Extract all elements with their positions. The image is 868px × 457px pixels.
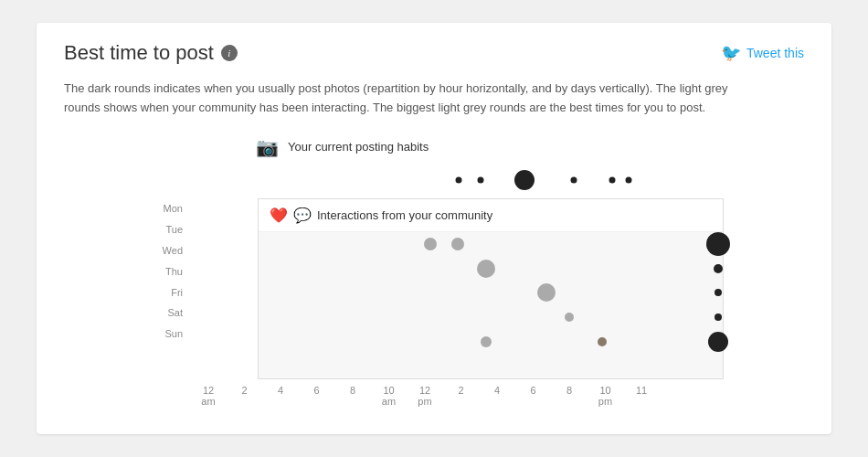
- x-label-2pm: 2: [445, 385, 478, 407]
- x-label-4pm: 4: [481, 385, 513, 407]
- dot-tue-2: [714, 264, 723, 273]
- dot-mon-3: [706, 232, 730, 256]
- x-label-4: 4: [264, 385, 297, 407]
- posting-dot-large: [514, 170, 535, 190]
- y-label-sun: Sun: [126, 324, 183, 344]
- posting-dot: [456, 176, 462, 183]
- x-label-12am: 12 am: [192, 385, 225, 407]
- chart-box: ❤️ 💬 Interactions from your community: [258, 198, 724, 379]
- info-icon[interactable]: i: [221, 45, 238, 61]
- dot-wed-2: [715, 289, 722, 296]
- best-time-card: Best time to post i 🐦 Tweet this The dar…: [37, 23, 831, 434]
- interactions-header: ❤️ 💬 Interactions from your community: [259, 199, 723, 232]
- dot-thu-1: [565, 313, 574, 322]
- x-label-11pm: 11: [625, 385, 658, 407]
- chart-body: [259, 232, 723, 378]
- dot-fri-2: [598, 337, 607, 346]
- x-label-12pm: 12 pm: [408, 385, 441, 407]
- tweet-button[interactable]: 🐦 Tweet this: [721, 43, 804, 63]
- x-label-10am: 10 am: [373, 385, 406, 407]
- x-label-6: 6: [301, 385, 333, 407]
- y-axis: Mon Tue Wed Thu Fri Sat Sun: [126, 198, 183, 345]
- y-label-wed: Wed: [126, 240, 183, 260]
- camera-icon: 📷: [256, 136, 279, 158]
- posting-habits-label: Your current posting habits: [288, 140, 429, 154]
- y-label-thu: Thu: [126, 261, 183, 282]
- tweet-label: Tweet this: [746, 46, 804, 60]
- dot-fri-1: [481, 336, 492, 347]
- dot-tue-1: [477, 260, 495, 278]
- card-header: Best time to post i 🐦 Tweet this: [64, 41, 804, 65]
- interactions-label: Interactions from your community: [317, 208, 492, 222]
- chart-container: Mon Tue Wed Thu Fri Sat Sun ❤️ 💬 Interac…: [192, 198, 804, 407]
- x-label-8pm: 8: [553, 385, 586, 407]
- posting-dot: [626, 176, 632, 183]
- x-label-10pm: 10 pm: [589, 385, 622, 407]
- y-label-tue: Tue: [126, 219, 183, 239]
- dot-fri-3: [708, 332, 728, 352]
- speech-icon: 💬: [293, 207, 312, 224]
- x-label-6pm: 6: [517, 385, 550, 407]
- page-title: Best time to post: [64, 41, 214, 65]
- header-left: Best time to post i: [64, 41, 238, 65]
- x-label-2: 2: [228, 385, 261, 407]
- x-axis: 12 am 2 4 6 8 10 am 12 pm: [192, 385, 658, 407]
- description-text: The dark rounds indicates when you usual…: [64, 80, 740, 118]
- dot-mon-2: [451, 238, 464, 250]
- y-label-sat: Sat: [126, 303, 183, 323]
- x-label-8: 8: [336, 385, 369, 407]
- posting-dot: [571, 176, 577, 183]
- twitter-icon: 🐦: [721, 43, 741, 63]
- dot-mon-1: [424, 238, 437, 250]
- heart-icon: ❤️: [270, 207, 288, 224]
- dot-wed-1: [537, 283, 556, 302]
- posting-dot: [478, 176, 484, 183]
- y-label-mon: Mon: [126, 198, 183, 218]
- y-label-fri: Fri: [126, 282, 183, 303]
- posting-dot: [609, 176, 616, 183]
- dot-thu-2: [715, 314, 722, 321]
